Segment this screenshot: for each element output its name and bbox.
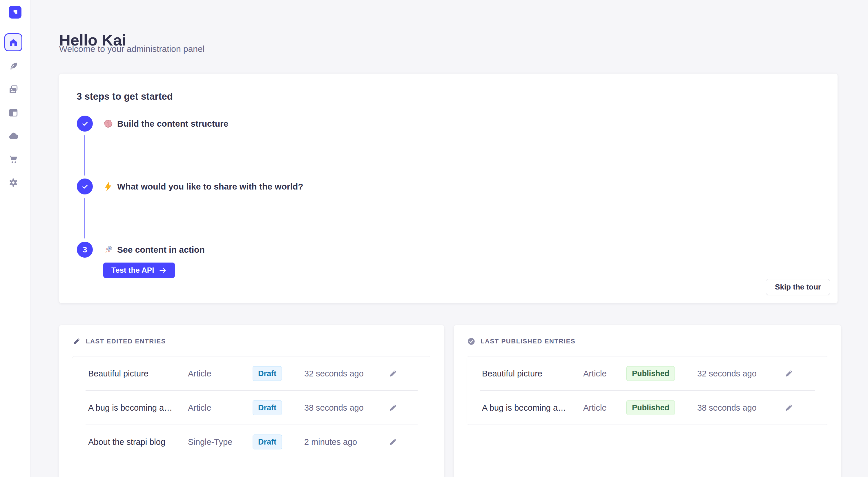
status-badge: Draft <box>253 366 282 381</box>
row-title: Beautiful picture <box>482 369 542 378</box>
sidebar-item-media-library[interactable] <box>4 80 22 99</box>
row-title: Beautiful picture <box>88 369 149 378</box>
sidebar-item-content-type-builder[interactable] <box>4 104 22 122</box>
table-row[interactable]: Beautiful picture Article Published 32 s… <box>467 356 828 390</box>
skip-tour-button[interactable]: Skip the tour <box>766 279 830 295</box>
pencil-icon <box>784 369 793 378</box>
check-icon <box>81 183 89 191</box>
table-row[interactable]: About the strapi blog Single-Type Draft … <box>72 425 431 459</box>
edit-entry-button[interactable] <box>386 436 399 448</box>
last-edited-table: Beautiful picture Article Draft 32 secon… <box>72 356 431 477</box>
status-badge: Published <box>626 366 675 381</box>
last-published-caption: LAST PUBLISHED ENTRIES <box>467 336 576 347</box>
strapi-logo[interactable] <box>9 6 22 19</box>
sidebar-item-marketplace[interactable] <box>4 150 22 168</box>
pencil-icon <box>784 403 793 412</box>
edit-entry-button[interactable] <box>386 367 399 380</box>
step-1-status-circle <box>77 115 93 132</box>
step-label: What would you like to share with the wo… <box>117 182 303 192</box>
step-label: See content in action <box>117 245 205 255</box>
step-number: 3 <box>83 245 87 254</box>
layout-icon <box>8 108 18 118</box>
last-edited-caption: LAST EDITED ENTRIES <box>72 336 166 347</box>
rocket-emoji-icon <box>103 245 113 255</box>
sidebar-item-home[interactable] <box>4 33 22 51</box>
sidebar-item-settings[interactable] <box>4 174 22 192</box>
row-time: 32 seconds ago <box>304 369 364 378</box>
row-title: A bug is becoming a… <box>482 403 566 413</box>
row-title: About the strapi blog <box>88 437 165 447</box>
edit-entry-button[interactable] <box>782 367 795 380</box>
step-item-share-content[interactable]: What would you like to share with the wo… <box>103 178 303 195</box>
edit-entry-button[interactable] <box>386 401 399 414</box>
row-time: 38 seconds ago <box>697 403 757 413</box>
status-badge: Published <box>626 401 675 415</box>
row-title: A bug is becoming a… <box>88 403 172 413</box>
arrow-right-icon <box>159 266 167 274</box>
pencil-icon <box>72 337 81 345</box>
table-row[interactable]: A bug is becoming a… Article Draft 38 se… <box>72 390 431 425</box>
row-type: Article <box>583 369 607 378</box>
lightning-emoji-icon <box>103 182 113 192</box>
step-2-status-circle <box>77 178 93 195</box>
check-icon <box>81 120 89 128</box>
shopping-cart-icon <box>8 155 18 164</box>
status-badge: Draft <box>253 435 282 449</box>
feather-pen-icon <box>8 62 18 71</box>
row-type: Article <box>188 403 211 413</box>
row-time: 2 minutes ago <box>304 437 357 447</box>
table-row[interactable]: Beautiful picture Article Draft 32 secon… <box>72 356 431 390</box>
logo-section <box>0 0 30 24</box>
pencil-icon <box>389 403 397 412</box>
pencil-icon <box>389 438 397 446</box>
onboarding-card: 3 steps to get started 3 Build the conte… <box>59 74 838 303</box>
cloud-icon <box>8 131 18 141</box>
gear-icon <box>8 178 18 188</box>
home-icon <box>9 38 18 47</box>
status-badge: Draft <box>253 401 282 415</box>
row-time: 32 seconds ago <box>697 369 757 378</box>
sidebar-item-content-manager[interactable] <box>4 57 22 75</box>
sidebar-item-cloud[interactable] <box>4 127 22 145</box>
media-library-icon <box>8 84 18 95</box>
step-item-build-content[interactable]: Build the content structure <box>103 115 228 132</box>
row-type: Single-Type <box>188 437 232 447</box>
brain-emoji-icon <box>103 119 113 129</box>
step-item-see-content[interactable]: See content in action <box>103 242 205 258</box>
strapi-logo-icon <box>11 8 19 16</box>
test-api-label: Test the API <box>111 266 154 275</box>
step-label: Build the content structure <box>117 119 228 129</box>
table-row[interactable]: A bug is becoming a… Article Published 3… <box>467 390 828 425</box>
check-circle-icon <box>467 337 475 345</box>
step-connector <box>84 135 85 176</box>
edit-entry-button[interactable] <box>782 401 795 414</box>
step-connector <box>84 198 85 238</box>
row-time: 38 seconds ago <box>304 403 364 413</box>
test-api-button[interactable]: Test the API <box>103 263 175 278</box>
step-3-status-circle: 3 <box>77 242 93 258</box>
caption-text: LAST EDITED ENTRIES <box>86 338 166 345</box>
onboarding-title: 3 steps to get started <box>76 91 173 102</box>
last-edited-card: LAST EDITED ENTRIES Beautiful picture Ar… <box>59 325 444 477</box>
caption-text: LAST PUBLISHED ENTRIES <box>480 338 576 345</box>
page-subtitle: Welcome to your administration panel <box>59 43 205 55</box>
row-type: Article <box>583 403 607 413</box>
pencil-icon <box>389 369 397 378</box>
last-published-card: LAST PUBLISHED ENTRIES Beautiful picture… <box>454 325 841 477</box>
row-type: Article <box>188 369 211 378</box>
sidebar <box>0 0 30 477</box>
last-published-table: Beautiful picture Article Published 32 s… <box>467 356 828 425</box>
